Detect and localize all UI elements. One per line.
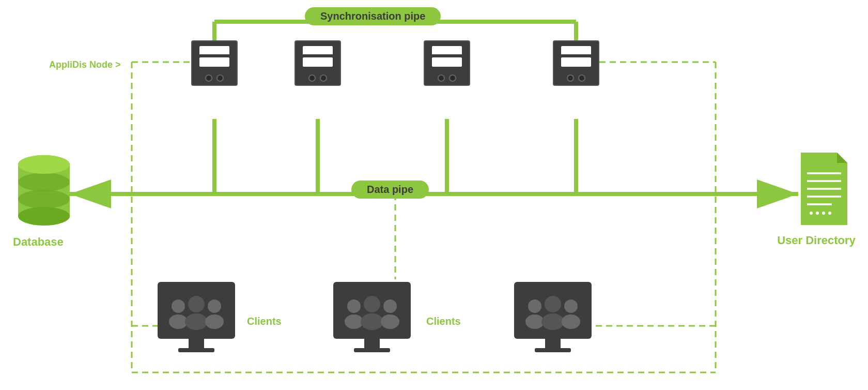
svg-point-56 bbox=[381, 314, 399, 329]
svg-rect-67 bbox=[545, 339, 561, 348]
svg-rect-47 bbox=[189, 339, 204, 348]
sync-pipe-label: Synchronisation pipe bbox=[305, 7, 441, 25]
svg-point-53 bbox=[364, 296, 380, 312]
svg-point-65 bbox=[564, 299, 578, 313]
server-4 bbox=[553, 40, 599, 86]
svg-point-36 bbox=[816, 212, 819, 215]
svg-point-26 bbox=[18, 190, 70, 208]
svg-point-51 bbox=[347, 299, 361, 313]
svg-point-37 bbox=[822, 212, 825, 215]
svg-rect-57 bbox=[364, 339, 380, 348]
client-monitor-2 bbox=[331, 279, 413, 362]
applidis-node-label: AppliDis Node > bbox=[49, 59, 121, 70]
diagram-container: Synchronisation pipe Data pipe AppliDis … bbox=[0, 0, 868, 390]
svg-point-41 bbox=[172, 299, 185, 313]
svg-rect-68 bbox=[535, 348, 571, 352]
svg-point-42 bbox=[169, 314, 188, 329]
database-label: Database bbox=[13, 235, 64, 249]
svg-point-54 bbox=[361, 313, 383, 330]
server-2 bbox=[295, 40, 341, 86]
server-1 bbox=[191, 40, 238, 86]
user-directory-icon bbox=[796, 147, 853, 230]
svg-point-24 bbox=[18, 207, 70, 226]
svg-marker-29 bbox=[837, 153, 847, 163]
svg-point-62 bbox=[525, 314, 544, 329]
svg-point-25 bbox=[18, 173, 70, 191]
clients-label-right: Clients bbox=[426, 316, 461, 327]
svg-rect-58 bbox=[354, 348, 390, 352]
client-monitor-3 bbox=[512, 279, 594, 362]
svg-point-52 bbox=[345, 314, 363, 329]
svg-point-44 bbox=[185, 313, 208, 330]
svg-point-63 bbox=[545, 296, 561, 312]
svg-point-45 bbox=[208, 299, 221, 313]
svg-point-66 bbox=[562, 314, 580, 329]
svg-point-61 bbox=[528, 299, 541, 313]
server-3 bbox=[424, 40, 470, 86]
svg-point-46 bbox=[205, 314, 224, 329]
user-directory-label: User Directory bbox=[770, 234, 863, 247]
data-pipe-label: Data pipe bbox=[351, 181, 429, 199]
client-monitor-1 bbox=[155, 279, 238, 362]
database-icon bbox=[16, 150, 72, 232]
clients-label-left: Clients bbox=[247, 316, 282, 327]
svg-point-55 bbox=[383, 299, 397, 313]
svg-point-35 bbox=[810, 212, 813, 215]
svg-point-27 bbox=[18, 155, 70, 174]
svg-point-64 bbox=[541, 313, 564, 330]
svg-rect-48 bbox=[178, 348, 214, 352]
svg-point-38 bbox=[828, 212, 831, 215]
svg-point-43 bbox=[188, 296, 205, 312]
